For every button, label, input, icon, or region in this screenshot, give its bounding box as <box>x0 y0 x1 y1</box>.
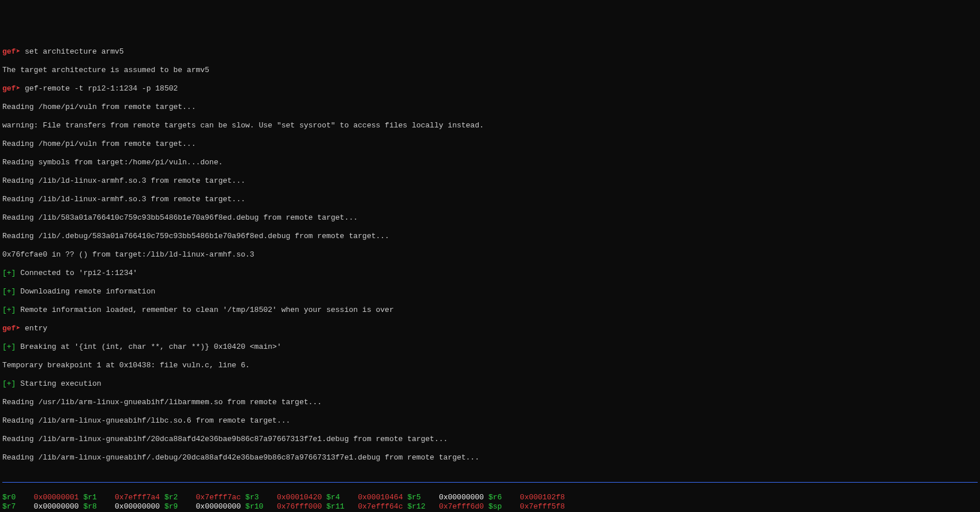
register-value: 0x7efff5f8 <box>511 502 565 511</box>
registers-panel: $r0 0x00000001 $r1 0x7efff7a4 $r2 0x7eff… <box>2 493 978 512</box>
register-name: $r7 <box>2 502 25 511</box>
section-separator <box>2 482 978 483</box>
register-row: $r7 0x00000000 $r8 0x00000000 $r9 0x0000… <box>2 502 978 511</box>
output-line: Reading /usr/lib/arm-linux-gnueabihf/lib… <box>2 398 978 407</box>
cmd-text: gef-remote -t rpi2-1:1234 -p 18502 <box>20 84 178 93</box>
register-name: $r10 <box>245 502 268 511</box>
register-name: $r9 <box>164 502 187 511</box>
output-line: Reading /lib/.debug/583a01a766410c759c93… <box>2 232 978 241</box>
cmd-text: set architecture armv5 <box>20 47 123 56</box>
terminal-output[interactable]: gef➤ set architecture armv5 The target a… <box>0 37 980 512</box>
status-line: [+] Starting execution <box>2 379 978 389</box>
register-value: 0x7efff6d0 <box>430 502 484 511</box>
status-plus: [+] <box>2 342 16 351</box>
status-plus: [+] <box>2 269 16 277</box>
status-line: [+] Breaking at '{int (int, char **, cha… <box>2 342 978 352</box>
register-name: $r12 <box>407 502 430 511</box>
register-name: $r2 <box>164 493 187 502</box>
register-value: 0x000102f8 <box>511 493 565 502</box>
register-value: 0x7efff64c <box>349 502 403 511</box>
prompt-line: gef➤ set architecture armv5 <box>2 47 978 57</box>
status-plus: [+] <box>2 287 16 296</box>
register-name: $r1 <box>83 493 106 502</box>
output-line: warning: File transfers from remote targ… <box>2 121 978 130</box>
register-name: $sp <box>489 502 511 511</box>
register-value: 0x00000000 <box>430 493 484 502</box>
output-line: The target architecture is assumed to be… <box>2 66 978 75</box>
output-line: 0x76fcfae0 in ?? () from target:/lib/ld-… <box>2 250 978 259</box>
register-name: $r0 <box>2 493 25 502</box>
output-line: Reading /home/pi/vuln from remote target… <box>2 103 978 112</box>
status-plus: [+] <box>2 379 16 388</box>
status-plus: [+] <box>2 306 16 314</box>
register-name: $r5 <box>407 493 430 502</box>
output-line: Reading /lib/ld-linux-armhf.so.3 from re… <box>2 195 978 204</box>
register-name: $r6 <box>489 493 511 502</box>
cmd-text: entry <box>20 324 47 333</box>
output-line: Reading /lib/583a01a766410c759c93bb5486b… <box>2 213 978 223</box>
prompt-line: gef➤ entry <box>2 324 978 333</box>
output-line: Reading /lib/arm-linux-gnueabihf/.debug/… <box>2 453 978 462</box>
register-name: $r3 <box>245 493 268 502</box>
output-line: Reading /lib/ld-linux-armhf.so.3 from re… <box>2 176 978 186</box>
output-line: Reading symbols from target:/home/pi/vul… <box>2 158 978 167</box>
output-line: Reading /lib/arm-linux-gnueabihf/libc.so… <box>2 416 978 426</box>
register-name: $r4 <box>326 493 349 502</box>
prompt-line: gef➤ gef-remote -t rpi2-1:1234 -p 18502 <box>2 84 978 93</box>
register-value: 0x00000000 <box>106 502 160 511</box>
output-line: Reading /home/pi/vuln from remote target… <box>2 140 978 149</box>
gef-prompt: gef➤ <box>2 324 20 333</box>
register-value: 0x00010464 <box>349 493 403 502</box>
gef-prompt: gef➤ <box>2 84 20 93</box>
register-value: 0x00000000 <box>25 502 79 511</box>
register-value: 0x7efff7ac <box>187 493 241 502</box>
register-value: 0x7efff7a4 <box>106 493 160 502</box>
status-line: [+] Downloading remote information <box>2 287 978 296</box>
register-name: $r11 <box>326 502 349 511</box>
register-value: 0x76fff000 <box>268 502 322 511</box>
register-value: 0x00000000 <box>187 502 241 511</box>
register-value: 0x00010420 <box>268 493 322 502</box>
output-line: Temporary breakpoint 1 at 0x10438: file … <box>2 361 978 370</box>
gef-prompt: gef➤ <box>2 47 20 56</box>
register-row: $r0 0x00000001 $r1 0x7efff7a4 $r2 0x7eff… <box>2 493 978 502</box>
register-name: $r8 <box>83 502 106 511</box>
status-line: [+] Remote information loaded, remember … <box>2 306 978 315</box>
status-line: [+] Connected to 'rpi2-1:1234' <box>2 269 978 278</box>
output-line: Reading /lib/arm-linux-gnueabihf/20dca88… <box>2 435 978 444</box>
register-value: 0x00000001 <box>25 493 79 502</box>
